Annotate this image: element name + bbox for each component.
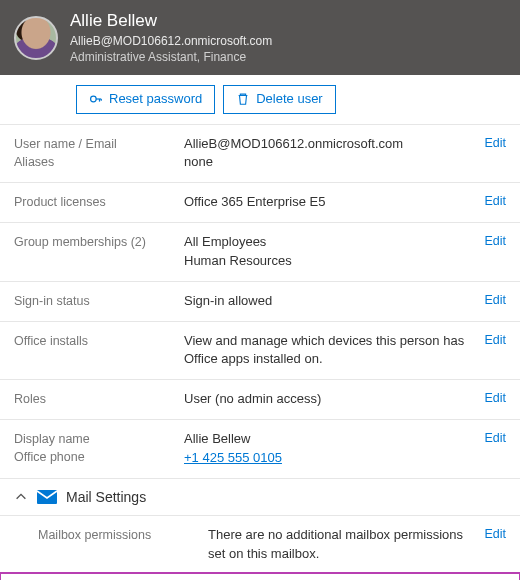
edit-contact-link[interactable]: Edit <box>484 431 506 445</box>
reset-password-label: Reset password <box>109 90 202 108</box>
avatar <box>14 16 58 60</box>
row-licenses: Product licenses Office 365 Enterprise E… <box>0 182 520 222</box>
office-phone-label: Office phone <box>14 450 85 464</box>
delete-user-label: Delete user <box>256 90 322 108</box>
row-installs: Office installs View and manage which de… <box>0 321 520 380</box>
key-icon <box>89 92 103 106</box>
user-email: AllieB@MOD106612.onmicrosoft.com <box>70 33 272 49</box>
username-value: AllieB@MOD106612.onmicrosoft.com <box>184 136 403 151</box>
aliases-label: Aliases <box>14 155 54 169</box>
row-signin: Sign-in status Sign-in allowed Edit <box>0 281 520 321</box>
licenses-value: Office 365 Enterprise E5 <box>184 194 325 209</box>
edit-signin-link[interactable]: Edit <box>484 293 506 307</box>
user-name: Allie Bellew <box>70 10 272 33</box>
perm-label: Mailbox permissions <box>38 528 151 542</box>
mail-settings-header[interactable]: Mail Settings <box>0 478 520 515</box>
installs-value: View and manage which devices this perso… <box>184 333 464 367</box>
groups-value-1: All Employees <box>184 234 266 249</box>
edit-installs-link[interactable]: Edit <box>484 333 506 347</box>
signin-label: Sign-in status <box>14 294 90 308</box>
row-groups: Group memberships (2) All Employees Huma… <box>0 222 520 281</box>
mail-settings-title: Mail Settings <box>66 489 146 505</box>
roles-label: Roles <box>14 392 46 406</box>
user-header-text: Allie Bellew AllieB@MOD106612.onmicrosof… <box>70 10 272 65</box>
roles-value: User (no admin access) <box>184 391 321 406</box>
delete-user-button[interactable]: Delete user <box>223 85 335 113</box>
office-phone-link[interactable]: +1 425 555 0105 <box>184 450 282 465</box>
edit-username-link[interactable]: Edit <box>484 136 506 150</box>
edit-roles-link[interactable]: Edit <box>484 391 506 405</box>
mail-settings-body: Mailbox permissions There are no additio… <box>0 515 520 580</box>
row-roles: Roles User (no admin access) Edit <box>0 379 520 419</box>
svg-rect-4 <box>37 490 57 504</box>
row-email-forwarding: Email forwarding Applied Edit <box>0 573 520 580</box>
groups-value-2: Human Resources <box>184 253 292 268</box>
chevron-up-icon <box>14 490 28 504</box>
reset-password-button[interactable]: Reset password <box>76 85 215 113</box>
groups-label: Group memberships (2) <box>14 235 146 249</box>
trash-icon <box>236 92 250 106</box>
edit-groups-link[interactable]: Edit <box>484 234 506 248</box>
signin-value: Sign-in allowed <box>184 293 272 308</box>
action-bar: Reset password Delete user <box>0 75 520 123</box>
row-username: User name / Email Aliases AllieB@MOD1066… <box>0 124 520 183</box>
licenses-label: Product licenses <box>14 195 106 209</box>
edit-licenses-link[interactable]: Edit <box>484 194 506 208</box>
installs-label: Office installs <box>14 334 88 348</box>
aliases-value: none <box>184 154 213 169</box>
display-name-value: Allie Bellew <box>184 431 250 446</box>
svg-point-0 <box>91 97 97 103</box>
mail-icon <box>36 489 58 505</box>
row-mailbox-permissions: Mailbox permissions There are no additio… <box>0 515 520 574</box>
perm-value: There are no additional mailbox permissi… <box>208 527 463 561</box>
display-name-label: Display name <box>14 432 90 446</box>
row-display-phone: Display name Office phone Allie Bellew +… <box>0 419 520 478</box>
username-label: User name / Email <box>14 137 117 151</box>
user-header: Allie Bellew AllieB@MOD106612.onmicrosof… <box>0 0 520 75</box>
edit-perm-link[interactable]: Edit <box>484 527 506 541</box>
user-role: Administrative Assistant, Finance <box>70 49 272 65</box>
